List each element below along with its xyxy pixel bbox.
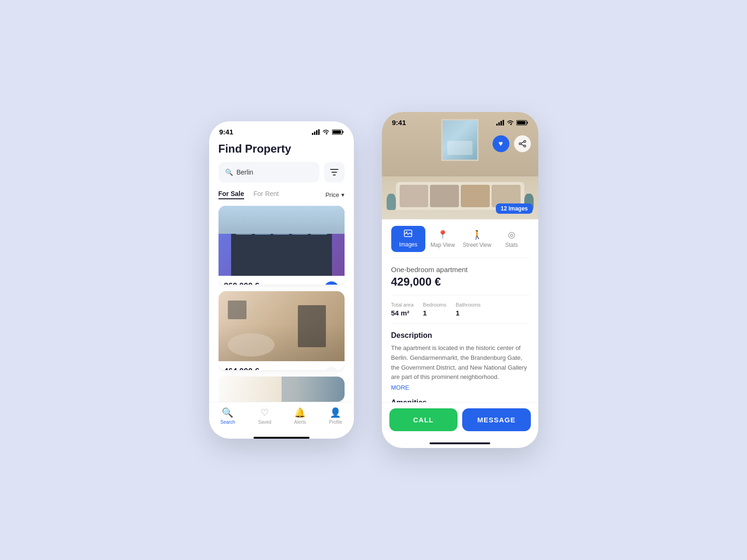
nav-profile-label: Profile	[329, 420, 342, 425]
tabs-left: For Sale For Rent	[218, 190, 279, 199]
nav-profile[interactable]: 👤 Profile	[329, 407, 342, 425]
listing-card-1[interactable]: 860,000 € ♥ Modern apartment with a park…	[218, 206, 345, 285]
tab-images[interactable]: Images	[391, 226, 426, 252]
tab-stats[interactable]: ◎ Stats	[494, 226, 529, 252]
tab-for-sale[interactable]: For Sale	[218, 190, 244, 199]
svg-line-33	[521, 144, 524, 146]
amenities-title: Amenities	[391, 399, 529, 402]
home-indicator-left	[254, 437, 310, 439]
status-bar-right: 9:41	[382, 112, 538, 128]
left-phone: 9:41 Find Property 🔍	[209, 121, 354, 439]
vase-left	[387, 194, 396, 210]
price-label: Price	[325, 191, 339, 198]
status-icons-right	[496, 120, 528, 126]
stat-bedrooms: Bedrooms 1	[423, 302, 446, 317]
tabs-row: For Sale For Rent Price ▾	[218, 190, 345, 199]
listing-body-2: 464,000 € ♡ Profitable studio-apartment …	[218, 361, 345, 370]
stat-baths-label: Bathrooms	[456, 302, 480, 308]
svg-rect-1	[314, 132, 315, 135]
search-input[interactable]	[237, 168, 313, 176]
images-icon	[404, 230, 412, 239]
battery-icon-right	[516, 120, 528, 126]
status-bar-left: 9:41	[209, 121, 354, 138]
page-title: Find Property	[218, 142, 345, 155]
svg-rect-28	[517, 121, 525, 124]
svg-rect-5	[342, 131, 343, 133]
street-icon: 🚶	[472, 230, 482, 240]
listings-container: 860,000 € ♥ Modern apartment with a park…	[218, 206, 345, 402]
favorite-button-1[interactable]: ♥	[324, 281, 339, 285]
favorite-hero-button[interactable]: ♥	[493, 135, 509, 152]
svg-rect-2	[316, 130, 317, 135]
status-time-right: 9:41	[392, 119, 406, 126]
svg-rect-23	[498, 122, 500, 126]
listing-image-3	[218, 377, 345, 402]
property-name: One-bedroom apartment	[391, 266, 529, 273]
svg-point-29	[524, 140, 526, 142]
detail-content: Images 📍 Map View 🚶 Street View ◎ Stats …	[382, 219, 538, 402]
svg-point-30	[519, 143, 521, 145]
stat-baths-value: 1	[456, 309, 480, 317]
listing-body-1: 860,000 € ♥ Modern apartment with a park…	[218, 276, 345, 285]
listing-image-2	[218, 291, 345, 361]
nav-search[interactable]: 🔍 Search	[220, 407, 235, 425]
right-phone: 9:41	[382, 112, 538, 448]
signal-icon-right	[496, 120, 504, 126]
description-text: The apartment is located in the historic…	[391, 343, 529, 382]
share-icon	[519, 140, 526, 147]
svg-rect-24	[500, 121, 502, 126]
svg-rect-6	[332, 130, 341, 133]
favorite-button-2[interactable]: ♡	[324, 367, 339, 370]
chevron-down-icon: ▾	[341, 191, 345, 198]
nav-alerts-label: Alerts	[294, 420, 306, 425]
listing-price-1: 860,000 €	[224, 281, 260, 285]
listing-card-3[interactable]	[218, 377, 345, 402]
filter-button[interactable]	[324, 162, 345, 182]
tab-map-view[interactable]: 📍 Map View	[425, 226, 460, 252]
bottom-nav: 🔍 Search ♡ Saved 🔔 Alerts 👤 Profile	[209, 402, 354, 434]
nav-saved[interactable]: ♡ Saved	[258, 407, 271, 425]
message-button[interactable]: MESSAGE	[462, 408, 531, 431]
search-box[interactable]: 🔍	[218, 162, 319, 182]
listing-image-1	[218, 206, 345, 276]
property-price: 429,000 €	[391, 275, 529, 288]
wifi-icon-right	[507, 120, 514, 126]
svg-rect-7	[330, 169, 338, 170]
signal-icon	[312, 129, 320, 135]
description-title: Description	[391, 331, 529, 340]
tab-street-label: Street View	[463, 242, 491, 248]
image-count-badge: 12 Images	[496, 203, 532, 214]
map-pin-icon: 📍	[437, 230, 448, 240]
stat-area-label: Total area	[391, 302, 414, 308]
price-filter[interactable]: Price ▾	[325, 191, 345, 198]
nav-search-label: Search	[220, 420, 235, 425]
listing-price-2: 464,000 €	[224, 367, 260, 370]
stat-beds-label: Bedrooms	[423, 302, 446, 308]
battery-icon	[332, 129, 344, 135]
svg-rect-0	[312, 133, 313, 135]
left-phone-content: Find Property 🔍 For Sale For Rent Price	[209, 138, 354, 402]
stat-area-value: 54 m²	[391, 309, 414, 317]
svg-rect-22	[496, 124, 498, 126]
filter-icon	[330, 169, 338, 175]
more-link[interactable]: MORE	[391, 384, 529, 391]
listing-header-1: 860,000 € ♥	[224, 281, 339, 285]
svg-rect-25	[502, 120, 504, 126]
wifi-icon	[322, 129, 330, 135]
call-button[interactable]: CALL	[389, 408, 458, 431]
stat-bathrooms: Bathrooms 1	[456, 302, 480, 317]
tab-street-view[interactable]: 🚶 Street View	[460, 226, 494, 252]
search-row: 🔍	[218, 162, 345, 182]
hero-image: 9:41	[382, 112, 538, 219]
status-time-left: 9:41	[219, 128, 233, 136]
stats-row: Total area 54 m² Bedrooms 1 Bathrooms 1	[391, 295, 529, 324]
view-tabs: Images 📍 Map View 🚶 Street View ◎ Stats	[391, 219, 529, 258]
listing-card-2[interactable]: 464,000 € ♡ Profitable studio-apartment …	[218, 291, 345, 370]
search-icon: 🔍	[225, 168, 233, 176]
share-button[interactable]	[514, 135, 531, 152]
nav-alerts[interactable]: 🔔 Alerts	[294, 407, 306, 425]
tab-for-rent[interactable]: For Rent	[254, 190, 279, 199]
svg-rect-3	[318, 129, 319, 135]
bell-nav-icon: 🔔	[294, 407, 306, 418]
svg-line-32	[521, 142, 524, 143]
